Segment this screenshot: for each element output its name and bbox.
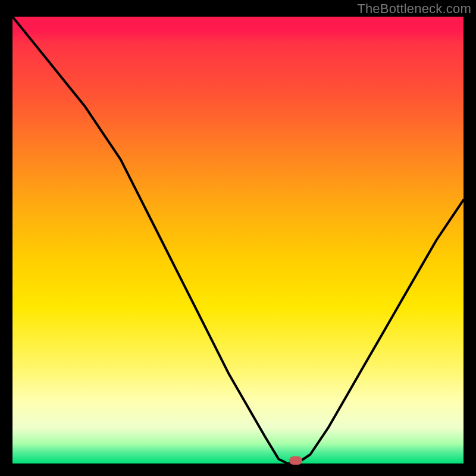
bottleneck-curve — [12, 17, 464, 464]
chart-frame: TheBottleneck.com — [0, 0, 476, 476]
plot-area — [12, 17, 464, 464]
attribution-label: TheBottleneck.com — [357, 1, 471, 17]
optimal-point-marker — [289, 456, 302, 465]
